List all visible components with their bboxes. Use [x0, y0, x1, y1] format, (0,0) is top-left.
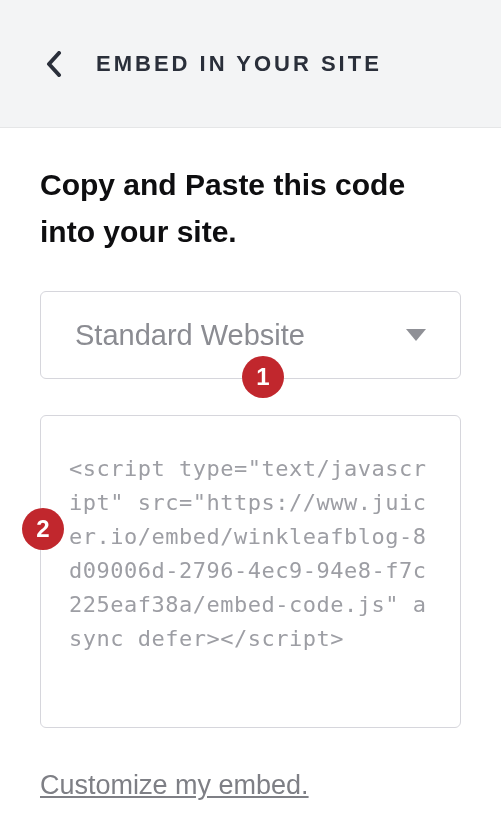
annotation-badge-1: 1	[242, 356, 284, 398]
instruction-heading: Copy and Paste this code into your site.	[40, 162, 461, 255]
main-content: 1 2 Copy and Paste this code into your s…	[0, 128, 501, 801]
embed-code-box[interactable]: <script type="text/javascript" src="http…	[40, 415, 461, 728]
annotation-badge-2: 2	[22, 508, 64, 550]
chevron-down-icon	[406, 329, 426, 341]
chevron-left-icon	[46, 51, 62, 77]
platform-select-label: Standard Website	[75, 319, 406, 352]
page-title: EMBED IN YOUR SITE	[96, 51, 382, 77]
page-header: EMBED IN YOUR SITE	[0, 0, 501, 128]
back-button[interactable]	[40, 50, 68, 78]
customize-embed-link[interactable]: Customize my embed.	[40, 770, 309, 801]
